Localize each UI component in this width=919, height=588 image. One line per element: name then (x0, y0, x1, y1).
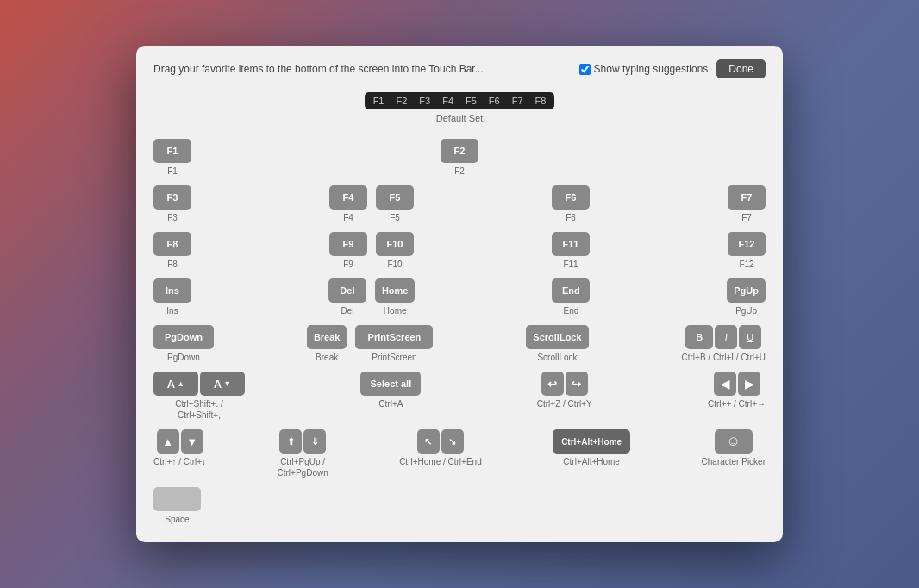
pgscroll-label: Ctrl+PgUp / Ctrl+PgDown (278, 456, 328, 479)
show-typing-label[interactable]: Show typing suggestions (579, 63, 709, 75)
default-set-row: F1 F2 F3 F4 F5 F6 F7 F8 Default Set (153, 92, 766, 123)
printscreen-button[interactable]: PrintScreen (355, 325, 433, 349)
space-label: Space (165, 514, 189, 525)
f3-button[interactable]: F3 (153, 185, 191, 210)
header-right: Show typing suggestions Done (579, 59, 766, 78)
emoji-button[interactable]: ☺ (715, 429, 753, 454)
key-f2: F2 F2 (441, 139, 478, 177)
pgscroll-group: ⇑ ⇓ (279, 429, 326, 454)
row-pgdown-biu: PgDown PgDown Break Break PrintScreen Pr… (153, 325, 766, 363)
f11-label: F11 (563, 259, 578, 270)
f1-label: F1 (167, 166, 178, 177)
bold-button[interactable]: B (685, 325, 713, 349)
home-label: Home (384, 305, 407, 316)
nav-ud-label: Ctrl+↑ / Ctrl+↓ (153, 456, 206, 467)
nav-ud-group: ▲ ▼ (157, 429, 203, 454)
undo-redo-label: Ctrl+Z / Ctrl+Y (537, 398, 592, 410)
text-size-up-button[interactable]: A ▲ (153, 372, 198, 396)
doc-end-button[interactable]: ↘ (441, 429, 464, 454)
key-pgdown: PgDown PgDown (153, 325, 214, 363)
key-nav-lr: ◀ ▶ Ctrl++ / Ctrl+→ (708, 372, 766, 410)
ins-button[interactable]: Ins (153, 278, 191, 303)
ins-label: Ins (166, 305, 178, 316)
f11-button[interactable]: F11 (552, 232, 590, 256)
key-text-size: A ▲ A ▼ Ctrl+Shift+. / Ctrl+Shift+, (153, 372, 245, 421)
emoji-label: Character Picker (702, 456, 766, 467)
select-all-label: Ctrl+A (378, 398, 403, 410)
redo-button[interactable]: ↪ (566, 372, 588, 396)
key-del: Del Del (328, 278, 366, 316)
key-f11: F11 F11 (552, 232, 590, 270)
f9-button[interactable]: F9 (329, 232, 367, 256)
key-pgup: PgUp PgUp (727, 278, 766, 316)
key-printscreen: PrintScreen PrintScreen (355, 325, 433, 363)
key-biu: B I U Ctrl+B / Ctrl+I / Ctrl+U (682, 325, 766, 363)
row-f3-f7: F3 F3 F4 F4 F5 F5 F6 F6 F7 F7 (153, 185, 766, 223)
pgup-label: PgUp (735, 305, 757, 316)
doc-home-button[interactable]: ↖ (417, 429, 440, 454)
home-end-group: ↖ ↘ (417, 429, 464, 454)
f10-label: F10 (387, 259, 402, 270)
panel-header: Drag your favorite items to the bottom o… (153, 59, 766, 78)
key-scrolllock: ScrollLock ScrollLock (526, 325, 588, 363)
f9-label: F9 (343, 259, 353, 270)
f8-button[interactable]: F8 (153, 232, 191, 256)
nav-up-button[interactable]: ▲ (157, 429, 179, 454)
del-button[interactable]: Del (328, 278, 366, 303)
ctrl-alt-home-label: Ctrl+Alt+Home (563, 456, 620, 467)
f4-button[interactable]: F4 (329, 185, 367, 210)
scrolllock-button[interactable]: ScrollLock (526, 325, 588, 349)
f5-button[interactable]: F5 (376, 185, 414, 210)
key-f7: F7 F7 (728, 185, 766, 223)
printscreen-label: PrintScreen (372, 352, 416, 363)
f5-label: F5 (390, 212, 400, 223)
f10-button[interactable]: F10 (376, 232, 414, 256)
f6-button[interactable]: F6 (552, 185, 590, 210)
key-f12: F12 F12 (728, 232, 766, 270)
keys-grid: F1 F1 F2 F2 F3 F3 F4 F4 F5 F (153, 139, 766, 525)
pgscroll-up-button[interactable]: ⇑ (279, 429, 302, 454)
key-f8: F8 F8 (153, 232, 191, 270)
home-button[interactable]: Home (375, 278, 416, 303)
ctrl-alt-home-button[interactable]: Ctrl+Alt+Home (553, 429, 630, 454)
nav-down-button[interactable]: ▼ (181, 429, 203, 454)
break-label: Break (316, 352, 338, 363)
done-button[interactable]: Done (716, 59, 766, 78)
key-home-end: ↖ ↘ Ctrl+Home / Ctrl+End (399, 429, 482, 467)
instruction-text: Drag your favorite items to the bottom o… (153, 63, 484, 75)
key-ins: Ins Ins (153, 278, 191, 316)
f1-button[interactable]: F1 (153, 139, 191, 163)
undo-redo-group: ↩ ↪ (541, 372, 588, 396)
f2-label: F2 (454, 166, 465, 177)
pgscroll-down-button[interactable]: ⇓ (303, 429, 326, 454)
break-button[interactable]: Break (307, 325, 347, 349)
key-f3: F3 F3 (153, 185, 191, 223)
nav-right-button[interactable]: ▶ (738, 372, 760, 396)
f12-button[interactable]: F12 (728, 232, 766, 256)
key-f5: F5 F5 (376, 185, 414, 223)
nav-lr-label: Ctrl++ / Ctrl+→ (708, 398, 766, 410)
f3-label: F3 (167, 212, 178, 223)
pgup-button[interactable]: PgUp (727, 278, 766, 303)
underline-button[interactable]: U (739, 325, 761, 349)
key-pgscroll: ⇑ ⇓ Ctrl+PgUp / Ctrl+PgDown (278, 429, 328, 479)
f7-button[interactable]: F7 (728, 185, 766, 210)
italic-button[interactable]: I (715, 325, 737, 349)
pgdown-label: PgDown (167, 352, 200, 363)
nav-lr-group: ◀ ▶ (714, 372, 760, 396)
space-button[interactable] (153, 487, 201, 511)
row-scroll-emoji: ▲ ▼ Ctrl+↑ / Ctrl+↓ ⇑ ⇓ Ctrl+PgUp / Ctrl… (153, 429, 766, 479)
show-typing-checkbox[interactable] (579, 64, 591, 75)
row-f1-f2: F1 F1 F2 F2 (153, 139, 766, 177)
undo-button[interactable]: ↩ (541, 372, 564, 396)
pgdown-button[interactable]: PgDown (153, 325, 214, 349)
key-ctrl-alt-home: Ctrl+Alt+Home Ctrl+Alt+Home (553, 429, 630, 467)
f2-button[interactable]: F2 (441, 139, 478, 163)
f6-label: F6 (566, 212, 576, 223)
row-space: Space (153, 487, 766, 525)
text-size-down-button[interactable]: A ▼ (200, 372, 245, 396)
select-all-button[interactable]: Select all (360, 372, 421, 396)
nav-left-button[interactable]: ◀ (714, 372, 736, 396)
key-f1: F1 F1 (153, 139, 191, 177)
end-button[interactable]: End (552, 278, 590, 303)
